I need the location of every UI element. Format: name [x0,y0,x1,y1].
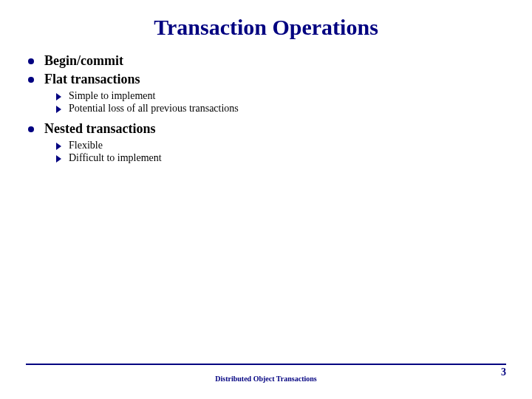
caret-right-icon [56,93,61,100]
bullet-level2: Potential loss of all previous transacti… [56,103,510,115]
sub-bullet-group: Flexible Difficult to implement [28,138,510,168]
footer-divider [26,364,506,365]
bullet-text: Simple to implement [69,90,155,102]
slide-content: Begin/commit Flat transactions Simple to… [0,53,532,168]
dot-icon [28,126,34,132]
bullet-level1: Nested transactions [28,121,510,137]
bullet-text: Nested transactions [44,121,156,137]
slide: Transaction Operations Begin/commit Flat… [0,0,532,399]
bullet-text: Flat transactions [44,72,140,87]
dot-icon [28,77,34,83]
sub-bullet-group: Simple to implement Potential loss of al… [28,89,510,118]
bullet-text: Flexible [69,140,103,151]
footer-title: Distributed Object Transactions [0,375,532,383]
caret-right-icon [56,155,61,163]
bullet-text: Difficult to implement [69,152,162,164]
slide-title: Transaction Operations [0,15,532,40]
bullet-level2: Simple to implement [56,90,510,102]
caret-right-icon [56,143,61,150]
caret-right-icon [56,106,61,113]
bullet-level2: Flexible [56,140,510,151]
bullet-text: Begin/commit [44,53,123,69]
bullet-text: Potential loss of all previous transacti… [69,103,239,115]
bullet-level2: Difficult to implement [56,152,510,164]
page-number: 3 [501,366,506,378]
bullet-level1: Flat transactions [28,72,510,87]
bullet-level1: Begin/commit [28,53,510,69]
dot-icon [28,58,34,64]
